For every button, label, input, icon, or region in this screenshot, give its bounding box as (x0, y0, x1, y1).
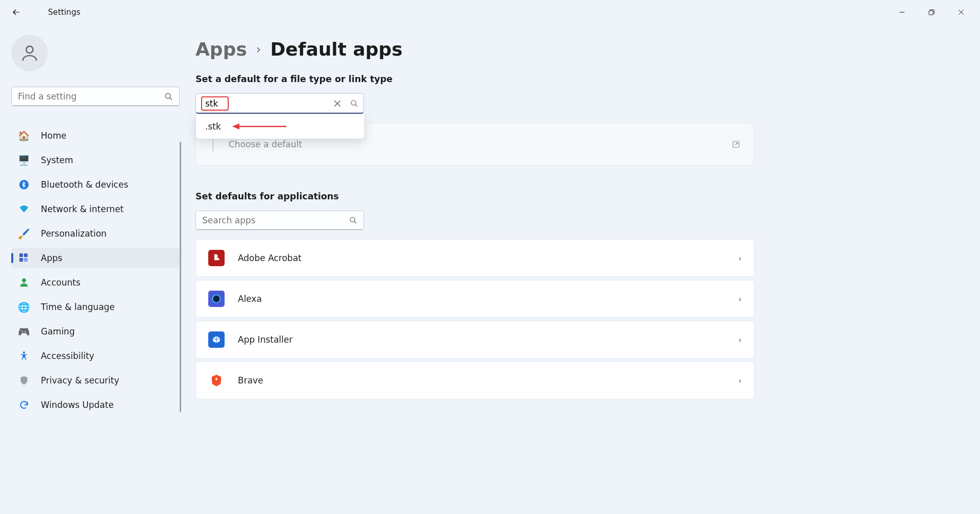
nav-windows-update[interactable]: Windows Update (11, 395, 180, 415)
filetype-search-input[interactable] (205, 98, 225, 109)
svg-point-8 (22, 278, 26, 282)
nav-label: Apps (41, 253, 62, 263)
nav-label: Time & language (41, 302, 115, 312)
breadcrumb-parent[interactable]: Apps (195, 39, 247, 60)
nav-label: Accessibility (41, 351, 94, 361)
nav-home[interactable]: 🏠 Home (11, 125, 180, 146)
alexa-icon (208, 291, 225, 307)
minimize-button[interactable] (887, 2, 917, 22)
app-card-app-installer[interactable]: App Installer › (195, 321, 754, 358)
account-icon (18, 277, 30, 288)
nav-privacy[interactable]: Privacy & security (11, 370, 180, 391)
wifi-icon (18, 203, 30, 215)
suggestion-item[interactable]: .stk (196, 114, 364, 139)
apps-icon (18, 252, 30, 264)
search-icon (349, 216, 357, 224)
nav-list: 🏠 Home 🖥️ System Bluetooth & devices Net… (11, 125, 181, 415)
app-list: Adobe Acrobat › Alexa › App Installer › (195, 239, 754, 399)
chevron-right-icon: › (739, 253, 742, 263)
minimize-icon (899, 9, 905, 15)
app-name: Adobe Acrobat (238, 253, 302, 263)
x-icon (334, 100, 341, 107)
close-icon (958, 9, 964, 15)
svg-rect-6 (19, 258, 23, 262)
suggestion-dropdown: .stk (195, 114, 365, 139)
nav-personalization[interactable]: 🖌️ Personalization (11, 223, 180, 244)
nav-label: Bluetooth & devices (41, 179, 128, 190)
user-avatar[interactable] (11, 35, 48, 71)
filetype-search[interactable]: .stk (195, 93, 364, 114)
find-setting-search[interactable] (11, 87, 180, 106)
nav-bluetooth[interactable]: Bluetooth & devices (11, 174, 180, 195)
person-icon (19, 43, 40, 63)
svg-point-10 (351, 100, 356, 105)
adobe-acrobat-icon (208, 250, 225, 266)
title-bar: Settings (0, 0, 980, 24)
maximize-button[interactable] (917, 2, 946, 22)
svg-rect-4 (19, 253, 23, 257)
app-title: Settings (48, 8, 81, 17)
chevron-right-icon: › (256, 42, 261, 57)
nav-system[interactable]: 🖥️ System (11, 150, 180, 170)
app-card-alexa[interactable]: Alexa › (195, 280, 754, 318)
apps-search-input[interactable] (202, 215, 349, 225)
nav-label: Windows Update (41, 400, 114, 410)
svg-point-9 (23, 351, 25, 353)
app-name: Brave (238, 375, 263, 386)
home-icon: 🏠 (18, 130, 30, 141)
placeholder-icon (212, 137, 213, 151)
nav-accounts[interactable]: Accounts (11, 272, 180, 293)
app-card-adobe-acrobat[interactable]: Adobe Acrobat › (195, 239, 754, 277)
nav-label: Privacy & security (41, 375, 119, 386)
brush-icon: 🖌️ (18, 228, 30, 239)
nav-label: Accounts (41, 277, 81, 288)
nav-label: System (41, 155, 73, 165)
close-button[interactable] (946, 2, 976, 22)
chevron-right-icon: › (739, 294, 742, 304)
main-content: Apps › Default apps Set a default for a … (181, 24, 980, 514)
svg-point-1 (26, 46, 33, 53)
apps-section-label: Set defaults for applications (195, 191, 966, 201)
nav-accessibility[interactable]: Accessibility (11, 346, 180, 366)
svg-rect-5 (24, 253, 28, 257)
shield-icon (18, 375, 30, 386)
update-icon (18, 399, 30, 410)
nav-apps[interactable]: Apps (11, 248, 180, 268)
nav-label: Personalization (41, 228, 107, 239)
search-icon (164, 92, 173, 101)
breadcrumb: Apps › Default apps (195, 39, 966, 60)
chevron-right-icon: › (739, 335, 742, 345)
nav-label: Network & internet (41, 204, 124, 214)
filetype-section-label: Set a default for a file type or link ty… (195, 74, 966, 84)
bluetooth-icon (18, 179, 30, 190)
gamepad-icon: 🎮 (18, 326, 30, 337)
search-button[interactable] (350, 99, 358, 108)
sidebar: 🏠 Home 🖥️ System Bluetooth & devices Net… (0, 24, 181, 514)
svg-rect-0 (929, 11, 933, 15)
annotation-highlight-box (201, 96, 229, 111)
globe-clock-icon: 🌐 (18, 301, 30, 313)
search-icon (350, 99, 358, 108)
svg-point-12 (350, 217, 355, 222)
find-setting-input[interactable] (18, 91, 164, 101)
nav-label: Gaming (41, 326, 75, 337)
app-name: App Installer (238, 335, 292, 345)
system-icon: 🖥️ (18, 155, 30, 166)
window-controls (887, 2, 976, 22)
brave-icon (208, 372, 225, 389)
nav-label: Home (41, 131, 66, 141)
nav-gaming[interactable]: 🎮 Gaming (11, 321, 180, 342)
suggestion-text: .stk (205, 121, 221, 132)
back-arrow-icon (11, 8, 21, 17)
chevron-right-icon: › (739, 376, 742, 386)
page-title: Default apps (270, 39, 402, 60)
annotation-arrow-icon (231, 122, 287, 131)
nav-time-language[interactable]: 🌐 Time & language (11, 297, 180, 317)
clear-input-button[interactable] (334, 100, 341, 107)
svg-rect-7 (24, 258, 28, 262)
app-card-brave[interactable]: Brave › (195, 362, 754, 399)
app-name: Alexa (238, 294, 262, 304)
open-external-icon (731, 140, 741, 149)
apps-search[interactable] (195, 211, 364, 230)
nav-network[interactable]: Network & internet (11, 199, 180, 219)
